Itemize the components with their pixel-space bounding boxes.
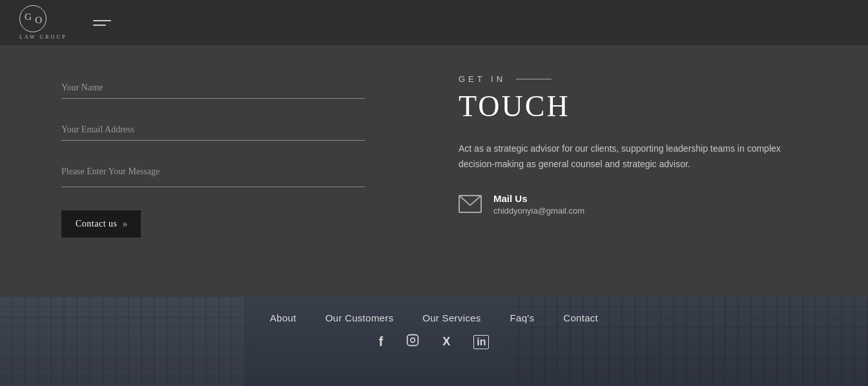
logo-icon — [19, 5, 46, 32]
mail-title: Mail Us — [493, 193, 584, 204]
mail-icon — [459, 195, 482, 213]
hamburger-line-1 — [93, 20, 111, 21]
hamburger-line-2 — [93, 25, 106, 26]
footer-nav: About Our Customers Our Services Faq's C… — [270, 312, 598, 323]
svg-point-2 — [411, 338, 415, 343]
svg-rect-1 — [408, 335, 418, 346]
footer-nav-contact[interactable]: Contact — [563, 312, 598, 323]
message-field-group — [61, 161, 365, 190]
footer-nav-about[interactable]: About — [270, 312, 296, 323]
mail-info: Mail Us chiddyonyia@gmail.com — [493, 193, 584, 216]
eyebrow-row: GET IN — [459, 74, 816, 84]
svg-point-3 — [415, 337, 416, 338]
chevron-right-icon: » — [123, 218, 127, 230]
name-input[interactable] — [61, 77, 365, 99]
name-field-group — [61, 77, 365, 99]
logo-text: LAW GROUP — [19, 34, 67, 40]
linkedin-icon[interactable]: in — [473, 335, 489, 349]
info-section: GET IN TOUCH Act as a strategic advisor … — [426, 45, 868, 297]
contact-button[interactable]: Contact us » — [61, 210, 141, 238]
footer-content: About Our Customers Our Services Faq's C… — [0, 297, 868, 350]
message-input[interactable] — [61, 161, 365, 187]
footer-social: f X in — [379, 334, 490, 350]
footer: About Our Customers Our Services Faq's C… — [0, 297, 868, 386]
main-heading: TOUCH — [459, 89, 816, 123]
contact-button-label: Contact us — [76, 219, 118, 229]
mail-email: chiddyonyia@gmail.com — [493, 206, 584, 216]
main-content: Contact us » GET IN TOUCH Act as a strat… — [0, 45, 868, 297]
email-input[interactable] — [61, 119, 365, 141]
hamburger-menu[interactable] — [93, 20, 111, 26]
eyebrow-line — [516, 79, 552, 80]
footer-nav-customers[interactable]: Our Customers — [326, 312, 394, 323]
x-twitter-icon[interactable]: X — [442, 335, 450, 349]
mail-us-row: Mail Us chiddyonyia@gmail.com — [459, 193, 816, 216]
facebook-icon[interactable]: f — [379, 334, 384, 349]
footer-nav-services[interactable]: Our Services — [422, 312, 480, 323]
logo-area: LAW GROUP — [19, 5, 67, 40]
email-field-group — [61, 119, 365, 141]
footer-nav-faqs[interactable]: Faq's — [510, 312, 535, 323]
description-text: Act as a strategic advisor for our clien… — [459, 141, 794, 172]
instagram-icon[interactable] — [406, 334, 419, 350]
eyebrow-text: GET IN — [459, 74, 506, 84]
form-section: Contact us » — [0, 45, 426, 297]
header: LAW GROUP — [0, 0, 868, 45]
